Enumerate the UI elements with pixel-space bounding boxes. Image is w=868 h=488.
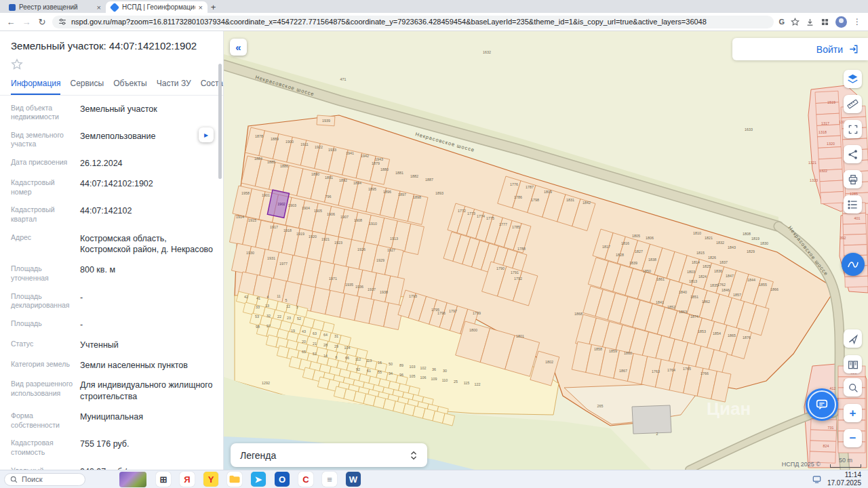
- support-chat-button[interactable]: [806, 388, 838, 421]
- zoom-in-button[interactable]: +: [844, 404, 862, 422]
- svg-text:1895: 1895: [368, 187, 376, 191]
- scale-label: 50 m: [839, 457, 852, 464]
- panel-tab[interactable]: Сервисы: [70, 79, 104, 95]
- legend-tool-button[interactable]: [844, 355, 862, 373]
- map-area[interactable]: 1902163247116331939187818891900191119221…: [224, 31, 868, 470]
- field-row: Кадастровый номер44:07:142102:1902: [11, 174, 215, 201]
- field-label: Статус: [11, 340, 80, 351]
- scale-line: [830, 464, 861, 468]
- telegram-icon: ➤: [255, 474, 262, 485]
- ruler-tool-button[interactable]: [844, 95, 862, 113]
- taskbar-app-notes-app[interactable]: ≡: [322, 472, 337, 487]
- taskbar-app-yandex-browser[interactable]: Я: [180, 472, 195, 487]
- field-row: Категория земельЗемли населенных пунктов: [11, 355, 215, 375]
- field-label: Форма собственности: [11, 411, 80, 430]
- svg-text:106: 106: [420, 375, 427, 380]
- scale-bar: 50 m: [830, 457, 861, 468]
- taskbar-app-telegram[interactable]: ➤: [251, 472, 266, 487]
- svg-text:1852: 1852: [667, 305, 675, 309]
- objects-list-tool-button[interactable]: [844, 195, 862, 214]
- svg-text:1897: 1897: [398, 192, 406, 197]
- layers-tool-button[interactable]: [844, 70, 862, 88]
- tabs-scroll-right-button[interactable]: ▸: [199, 127, 214, 142]
- share-tool-button[interactable]: [844, 145, 862, 163]
- svg-text:1913: 1913: [390, 237, 398, 241]
- svg-text:1797: 1797: [449, 309, 457, 313]
- url-input[interactable]: nspd.gov.ru/map?zoom=16.811732801037934&…: [52, 16, 774, 28]
- svg-text:113: 113: [366, 359, 372, 363]
- browser-tab-nspd[interactable]: НСПД | Геоинформационный п ×: [106, 1, 208, 13]
- svg-text:1840: 1840: [679, 290, 687, 294]
- panel-scrollbar[interactable]: [218, 64, 222, 179]
- sketch-tool-button[interactable]: [842, 253, 865, 276]
- svg-text:96: 96: [399, 373, 403, 377]
- new-tab-button[interactable]: +: [208, 1, 219, 13]
- svg-text:1927: 1927: [387, 248, 395, 252]
- svg-text:1862: 1862: [702, 300, 710, 304]
- svg-text:1937: 1937: [368, 287, 376, 291]
- svg-text:14: 14: [323, 354, 328, 358]
- locate-tool-button[interactable]: [844, 329, 862, 348]
- taskbar-app-word[interactable]: W: [346, 472, 361, 487]
- svg-text:412: 412: [830, 386, 836, 390]
- tab-close-icon[interactable]: ×: [97, 3, 101, 12]
- svg-text:1850: 1850: [643, 269, 651, 273]
- favorite-star-icon[interactable]: [11, 58, 23, 70]
- field-value: Землепользование: [80, 131, 155, 149]
- taskbar-app-file-explorer[interactable]: [227, 472, 242, 487]
- panel-tab[interactable]: Части ЗУ: [157, 79, 191, 95]
- tray-message-icon[interactable]: [812, 475, 821, 484]
- taskbar-app-mail-app[interactable]: O: [275, 472, 290, 487]
- zoom-out-button[interactable]: −: [844, 429, 862, 447]
- browser-tab-registry[interactable]: Реестр извещений ×: [4, 1, 106, 13]
- site-info-icon[interactable]: [58, 18, 66, 26]
- svg-text:6: 6: [336, 355, 338, 359]
- svg-text:1320: 1320: [827, 142, 835, 146]
- svg-text:1772: 1772: [458, 209, 466, 213]
- svg-text:1774: 1774: [477, 214, 485, 218]
- svg-text:1791: 1791: [511, 270, 519, 274]
- back-button[interactable]: ←: [5, 17, 16, 27]
- taskbar-app-apps-grid[interactable]: ⊞: [156, 472, 171, 487]
- field-label: Площадь декларированная: [11, 292, 80, 310]
- svg-text:1777: 1777: [499, 222, 507, 226]
- extensions-icon[interactable]: [821, 18, 829, 26]
- profile-avatar[interactable]: [835, 16, 847, 28]
- collapse-panel-button[interactable]: «: [230, 39, 247, 56]
- svg-text:4: 4: [267, 295, 269, 299]
- field-label: Вид земельного участка: [11, 131, 80, 149]
- search-area-tool-button[interactable]: [844, 378, 862, 396]
- panel-tab[interactable]: Объекты: [113, 79, 147, 95]
- browser-menu-icon[interactable]: ⋮: [853, 17, 861, 26]
- svg-text:1806: 1806: [646, 236, 654, 240]
- svg-text:1921: 1921: [321, 237, 330, 241]
- svg-text:1819: 1819: [751, 237, 760, 241]
- svg-text:1830: 1830: [760, 241, 768, 245]
- panel-tab[interactable]: Информация: [11, 79, 60, 95]
- field-row: Кадастровая стоимость755 176 руб.: [11, 434, 215, 462]
- svg-text:1773: 1773: [467, 211, 475, 216]
- svg-text:1814: 1814: [692, 260, 700, 264]
- login-bar[interactable]: Войти: [732, 38, 868, 60]
- tab-close-icon[interactable]: ×: [199, 3, 203, 12]
- taskbar-clock[interactable]: 11:14 17.07.2025: [827, 471, 861, 488]
- taskbar-app-yandex[interactable]: Y: [203, 472, 218, 487]
- bookmark-star-icon[interactable]: [791, 18, 800, 26]
- legend-dropdown[interactable]: Легенда: [231, 443, 427, 467]
- svg-text:1844: 1844: [747, 278, 755, 282]
- reload-button[interactable]: ↻: [37, 17, 47, 27]
- taskbar-search[interactable]: Поиск: [4, 473, 85, 486]
- translate-icon[interactable]: G: [778, 18, 785, 26]
- svg-text:20: 20: [302, 340, 306, 344]
- taskbar-app-c-app[interactable]: C: [298, 472, 313, 487]
- print-tool-button[interactable]: [844, 170, 862, 188]
- svg-text:65: 65: [302, 350, 306, 354]
- svg-text:1917: 1917: [270, 225, 278, 229]
- forward-button[interactable]: →: [21, 17, 32, 27]
- taskbar-widget-thumbnail[interactable]: [119, 472, 146, 487]
- svg-text:1318: 1318: [818, 130, 827, 134]
- map-canvas[interactable]: 1902163247116331939187818891900191119221…: [224, 31, 868, 470]
- svg-text:1977: 1977: [279, 262, 288, 266]
- downloads-icon[interactable]: [806, 18, 814, 26]
- area-measure-tool-button[interactable]: [844, 120, 862, 138]
